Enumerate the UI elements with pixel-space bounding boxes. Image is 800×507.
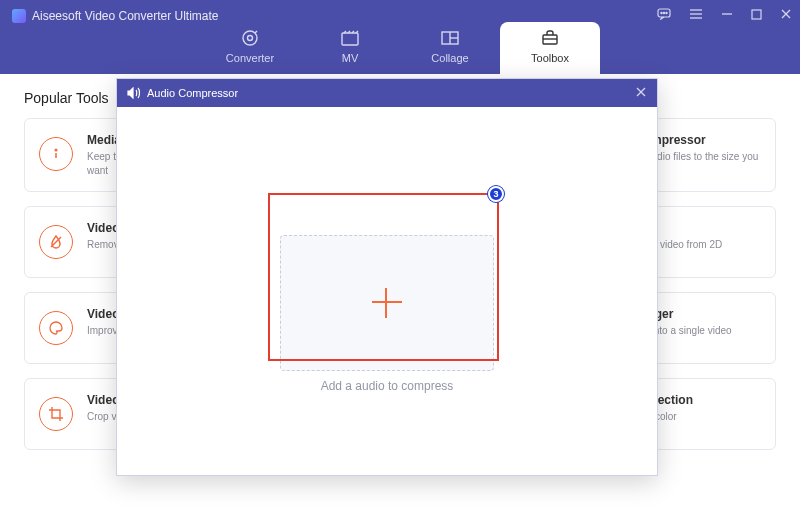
app-title-text: Aiseesoft Video Converter Ultimate (32, 9, 219, 23)
svg-point-12 (248, 36, 253, 41)
svg-point-3 (666, 12, 667, 13)
crop-icon (39, 397, 73, 431)
collage-icon (400, 28, 500, 48)
menu-icon[interactable] (689, 8, 703, 20)
dialog-close-button[interactable] (635, 85, 647, 101)
tab-converter[interactable]: Converter (200, 22, 300, 74)
toolbox-icon (500, 28, 600, 48)
svg-point-11 (243, 31, 257, 45)
dialog-title: Audio Compressor (147, 87, 238, 99)
tab-label: MV (342, 52, 359, 64)
feedback-icon[interactable] (657, 8, 671, 20)
close-button[interactable] (780, 8, 792, 20)
svg-rect-8 (752, 10, 761, 19)
svg-point-19 (55, 149, 57, 151)
svg-point-2 (663, 12, 664, 13)
tab-mv[interactable]: MV (300, 22, 400, 74)
minimize-button[interactable] (721, 8, 733, 20)
plus-icon (372, 288, 402, 318)
tab-collage[interactable]: Collage (400, 22, 500, 74)
info-icon (39, 137, 73, 171)
tab-label: Collage (431, 52, 468, 64)
speaker-icon (127, 87, 141, 99)
tab-label: Converter (226, 52, 274, 64)
tab-label: Toolbox (531, 52, 569, 64)
droplet-icon (39, 225, 73, 259)
maximize-button[interactable] (751, 9, 762, 20)
converter-icon (200, 28, 300, 48)
svg-rect-13 (342, 33, 358, 45)
svg-point-1 (661, 12, 662, 13)
app-logo-icon (12, 9, 26, 23)
palette-icon (39, 311, 73, 345)
tab-toolbox[interactable]: Toolbox (500, 22, 600, 74)
add-audio-dropzone[interactable] (280, 235, 494, 371)
app-title: Aiseesoft Video Converter Ultimate (12, 9, 219, 23)
dropzone-label: Add a audio to compress (321, 379, 454, 393)
audio-compressor-dialog: Audio Compressor Add a audio to compress (116, 78, 658, 476)
annotation-badge: 3 (488, 186, 504, 202)
mv-icon (300, 28, 400, 48)
